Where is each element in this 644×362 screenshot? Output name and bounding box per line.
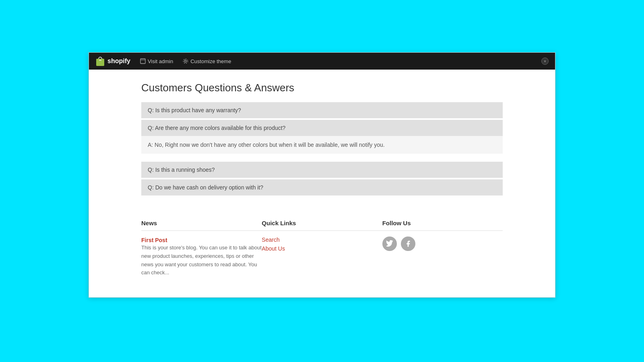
svg-rect-2 bbox=[140, 59, 145, 64]
customize-theme-label: Customize theme bbox=[190, 58, 231, 64]
qa-question-3[interactable]: Q: Is this a running shoes? bbox=[141, 162, 503, 178]
visit-admin-label: Visit admin bbox=[148, 58, 173, 64]
footer-search-link[interactable]: Search bbox=[262, 237, 382, 243]
social-icons bbox=[382, 237, 503, 251]
footer-about-link[interactable]: About Us bbox=[262, 245, 382, 252]
footer-follow-us-col: Follow Us bbox=[382, 220, 503, 277]
admin-icon bbox=[140, 58, 146, 64]
qa-question-1[interactable]: Q: Is this product have any warranty? bbox=[141, 102, 503, 118]
footer-post-text: This is your store's blog. You can use i… bbox=[141, 244, 262, 277]
facebook-f-icon bbox=[405, 240, 412, 247]
qa-item-3: Q: Is this a running shoes? bbox=[141, 162, 503, 178]
svg-point-4 bbox=[185, 60, 187, 62]
qa-question-4[interactable]: Q: Do we have cash on delivery option wi… bbox=[141, 179, 503, 195]
customize-theme-link[interactable]: Customize theme bbox=[183, 58, 231, 64]
footer-news-col: News First Post This is your store's blo… bbox=[141, 220, 262, 277]
svg-point-5 bbox=[184, 59, 188, 64]
top-bar: shopify Visit admin Customize theme × bbox=[89, 53, 555, 70]
close-button[interactable]: × bbox=[541, 58, 549, 65]
qa-answer-2: A: No, Right now we don't have any other… bbox=[141, 136, 503, 154]
shopify-logo[interactable]: shopify bbox=[95, 56, 130, 67]
footer-quick-links-col: Quick Links Search About Us bbox=[262, 220, 382, 277]
twitter-icon[interactable] bbox=[382, 237, 397, 251]
footer-news-title: News bbox=[141, 220, 262, 231]
shopify-brand-text: shopify bbox=[107, 58, 130, 65]
page-title: Customers Questions & Answers bbox=[141, 82, 503, 94]
svg-rect-0 bbox=[96, 59, 104, 66]
top-bar-left: shopify Visit admin Customize theme bbox=[95, 56, 231, 67]
facebook-icon[interactable] bbox=[401, 237, 415, 251]
qa-item-4: Q: Do we have cash on delivery option wi… bbox=[141, 179, 503, 195]
qa-group-1: Q: Is this product have any warranty? Q:… bbox=[141, 102, 503, 154]
footer-follow-us-title: Follow Us bbox=[382, 220, 503, 231]
qa-question-2[interactable]: Q: Are there any more colors available f… bbox=[141, 120, 503, 136]
browser-window: shopify Visit admin Customize theme × bbox=[89, 52, 555, 298]
qa-group-2: Q: Is this a running shoes? Q: Do we hav… bbox=[141, 162, 503, 195]
gear-icon bbox=[183, 58, 188, 64]
footer: News First Post This is your store's blo… bbox=[141, 212, 503, 277]
footer-first-post-link[interactable]: First Post bbox=[141, 237, 167, 243]
visit-admin-link[interactable]: Visit admin bbox=[140, 58, 173, 64]
shopify-bag-icon bbox=[95, 56, 105, 67]
main-content: Customers Questions & Answers Q: Is this… bbox=[89, 70, 555, 297]
twitter-bird-icon bbox=[386, 240, 393, 247]
footer-quick-links-title: Quick Links bbox=[262, 220, 382, 231]
svg-rect-1 bbox=[99, 60, 101, 61]
qa-item-1: Q: Is this product have any warranty? bbox=[141, 102, 503, 118]
qa-item-2: Q: Are there any more colors available f… bbox=[141, 120, 503, 154]
